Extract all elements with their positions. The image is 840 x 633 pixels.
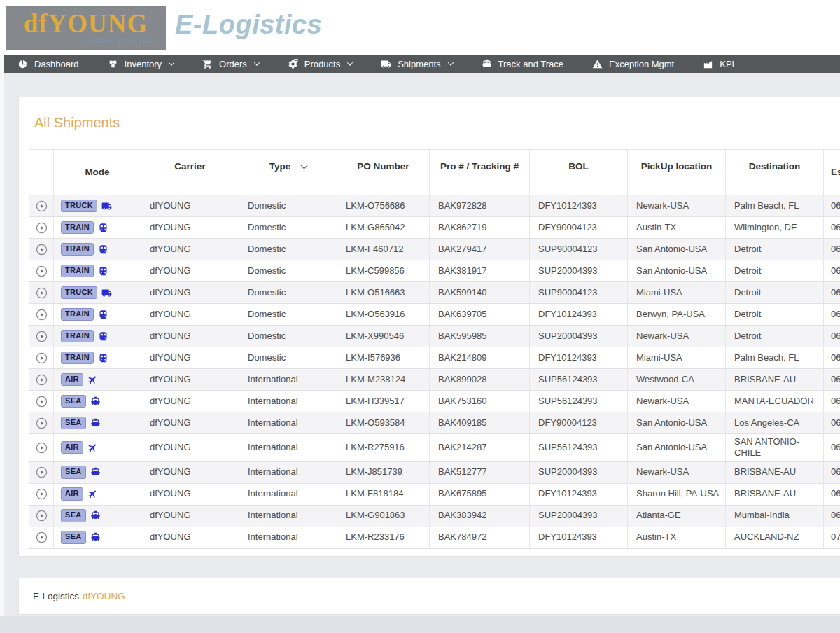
mode-badge: TRAIN — [61, 243, 94, 256]
filter-input-carrier[interactable] — [155, 175, 225, 183]
header-band: dfYOUNG Logistics Since 1903 E-Logistics — [0, 0, 840, 55]
mode-badge: TRAIN — [61, 308, 94, 321]
cell-expand — [29, 326, 54, 347]
cell-mode: SEA — [54, 505, 141, 527]
cell-destination: Detroit — [726, 260, 824, 282]
column-label-destination: Destination — [749, 161, 801, 172]
expand-row-button[interactable] — [36, 265, 48, 277]
expand-row-button[interactable] — [36, 352, 48, 364]
cell-pickup: Newark-USA — [628, 391, 726, 412]
cell-eta: 06 — [824, 239, 840, 260]
shipment-row: TRAINdfYOUNGDomesticLKM-F460712BAK279417… — [29, 239, 840, 260]
train-icon — [98, 223, 108, 233]
nav-label-shipments: Shipments — [398, 59, 440, 69]
expand-row-button[interactable] — [36, 309, 48, 321]
chevron-down-icon[interactable] — [301, 162, 308, 169]
expand-row-button[interactable] — [36, 488, 48, 500]
cell-type: International — [239, 505, 337, 527]
expand-row-button[interactable] — [36, 442, 48, 454]
expand-row-button[interactable] — [36, 287, 48, 299]
filter-input-type[interactable] — [253, 175, 323, 183]
shipment-row: SEAdfYOUNGInternationalLKM-H339517BAK753… — [29, 391, 840, 412]
cell-mode: SEA — [54, 527, 141, 548]
column-header-mode: Mode — [54, 150, 141, 195]
filter-input-po[interactable] — [350, 175, 416, 183]
cell-tracking: BAK753160 — [430, 391, 530, 412]
cell-po: LKM-O516663 — [337, 282, 430, 304]
filter-input-bol[interactable] — [543, 175, 613, 183]
cell-type: International — [239, 527, 337, 548]
cell-carrier: dfYOUNG — [141, 412, 239, 434]
cell-expand — [29, 527, 54, 548]
nav-item-inventory[interactable]: Inventory — [108, 59, 174, 69]
cell-po: LKM-O756686 — [337, 195, 430, 217]
boat-icon — [90, 510, 101, 521]
mode-badge: TRAIN — [61, 265, 94, 277]
plane-icon — [88, 489, 98, 499]
cell-bol: DFY90004123 — [530, 217, 628, 239]
column-header-eta: Es — [824, 150, 840, 195]
filter-input-pickup[interactable] — [641, 175, 711, 183]
nav-item-kpi[interactable]: KPI — [703, 59, 734, 69]
column-header-pickup: PickUp location — [628, 150, 726, 195]
expand-row-button[interactable] — [36, 222, 48, 234]
cell-destination: Palm Beach, FL — [726, 347, 824, 369]
cell-mode: TRUCK — [54, 282, 141, 304]
cell-bol: DFY10124393 — [530, 483, 628, 505]
train-icon — [98, 266, 108, 277]
shipment-row: AIRdfYOUNGInternationalLKM-F818184BAK675… — [29, 483, 840, 505]
mode-badge: AIR — [61, 441, 83, 454]
cell-pickup: Austin-TX — [628, 217, 726, 239]
chevron-down-icon — [169, 60, 174, 65]
train-icon — [98, 309, 108, 320]
cell-po: LKM-R233176 — [337, 527, 430, 548]
cell-type: Domestic — [239, 282, 337, 304]
cell-tracking: BAK409185 — [430, 412, 530, 434]
company-logo[interactable]: dfYOUNG Logistics Since 1903 — [6, 6, 166, 50]
boat-icon — [90, 532, 101, 543]
cell-pickup: Atlanta-GE — [628, 505, 726, 527]
cell-bol: DFY10124393 — [530, 527, 628, 548]
filter-input-destination[interactable] — [739, 175, 809, 183]
nav-item-dashboard[interactable]: Dashboard — [18, 59, 79, 69]
expand-row-button[interactable] — [36, 331, 48, 342]
cell-bol: DFY10124393 — [530, 304, 628, 326]
expand-row-button[interactable] — [36, 466, 48, 478]
nav-item-exception-mgmt[interactable]: Exception Mgmt — [592, 59, 674, 69]
mode-badge: TRAIN — [61, 330, 94, 342]
expand-row-button[interactable] — [36, 374, 48, 386]
cell-destination: MANTA-ECUADOR — [726, 391, 824, 412]
cell-mode: TRAIN — [54, 326, 141, 347]
cell-expand — [29, 505, 54, 527]
cell-destination: Detroit — [726, 326, 824, 347]
factory-icon — [703, 59, 713, 69]
cell-po: LKM-C599856 — [337, 260, 430, 282]
cell-bol: SUP56124393 — [530, 434, 628, 462]
cell-po: LKM-J851739 — [337, 461, 430, 483]
cell-mode: TRAIN — [54, 304, 141, 326]
cell-bol: SUP20004393 — [530, 505, 628, 527]
cell-carrier: dfYOUNG — [141, 326, 239, 347]
expand-row-button[interactable] — [36, 244, 48, 256]
cell-expand — [29, 195, 54, 217]
expand-row-button[interactable] — [36, 396, 48, 408]
nav-item-shipments[interactable]: Shipments — [381, 59, 452, 69]
cell-tracking: BAK279417 — [430, 239, 530, 260]
expand-row-button[interactable] — [36, 510, 48, 522]
cell-destination: Los Angeles-CA — [726, 412, 824, 434]
cell-bol: SUP20004393 — [530, 260, 628, 282]
shipment-row: TRAINdfYOUNGDomesticLKM-X990546BAK595985… — [29, 326, 840, 347]
nav-item-track-and-trace[interactable]: Track and Trace — [482, 59, 564, 69]
nav-item-orders[interactable]: Orders — [202, 59, 259, 69]
cell-expand — [29, 217, 54, 239]
cell-mode: TRAIN — [54, 239, 141, 260]
expand-row-button[interactable] — [36, 531, 48, 543]
cell-po: LKM-F460712 — [337, 239, 430, 260]
nav-item-products[interactable]: Products — [288, 59, 352, 69]
column-header-type: Type — [239, 150, 337, 195]
filter-input-tracking[interactable] — [444, 175, 515, 183]
expand-row-button[interactable] — [36, 417, 48, 429]
column-label-tracking: Pro # / Tracking # — [440, 161, 519, 172]
expand-row-button[interactable] — [36, 200, 48, 212]
boat-icon — [90, 418, 101, 429]
